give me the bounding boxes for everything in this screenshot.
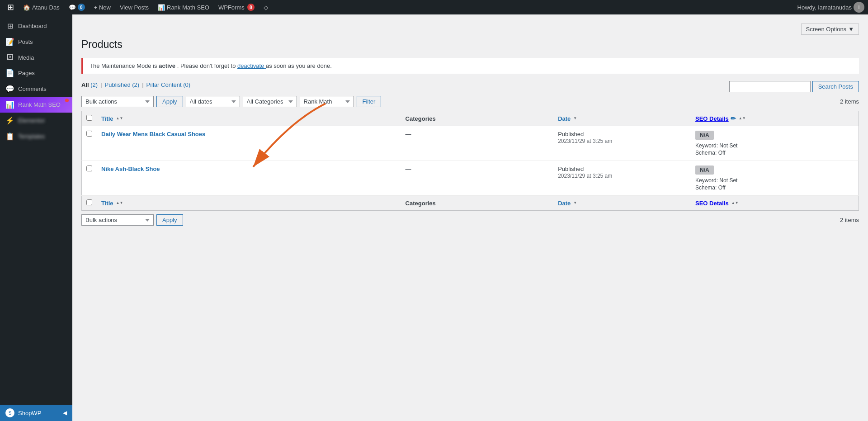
pillar-filter-item: Pillar Content (0) [146,81,191,88]
sidebar-item-label: Elementor [18,117,45,124]
select-all-checkbox[interactable] [86,115,92,121]
all-filter-link[interactable]: All (2) [81,81,98,88]
row-2-categories: — [406,166,411,172]
rank-math-seo-link[interactable]: 📊 Rank Math SEO [154,0,213,14]
title-sort-arrows-icon: ▲▼ [116,117,123,120]
published-filter-link[interactable]: Published (2) [105,81,140,88]
date-sort-link[interactable]: Date ▼ [558,115,686,122]
sidebar-item-comments[interactable]: 💬 Comments [0,81,72,97]
row-1-checkbox-cell [82,126,97,161]
seo-details-sort-arrows-icon: ▲▼ [739,117,746,120]
new-content-link[interactable]: + New [90,0,114,14]
row-2-title-cell: Nike Ash-Black Shoe [97,161,401,196]
rank-math-filter-select[interactable]: Rank Math [300,96,354,107]
tablenav-top: Bulk actions Apply All dates All Categor… [81,96,859,107]
row-2-checkbox[interactable] [86,166,92,171]
row-1-seo-keyword: Keyword: Not Set [695,142,854,149]
apply-top-label: Apply [162,98,177,105]
select-all-bottom-checkbox[interactable] [86,199,92,205]
sidebar-item-templates[interactable]: 📋 Templates [0,128,72,144]
comments-icon: 💬 [69,4,76,11]
posts-table: Title ▲▼ Categories Date ▼ [81,111,859,211]
howdy-text: Howdy, iamatanudas [797,4,852,11]
wp-logo-link[interactable]: ⊞ [4,0,18,14]
tablenav-bottom: Bulk actions Apply 2 items [81,214,859,226]
screen-options-button[interactable]: Screen Options ▼ [801,24,859,35]
elementor-icon: ⚡ [5,116,14,125]
row-1-date-value: 2023/11/29 at 3:25 am [558,138,612,144]
row-2-title-link[interactable]: Nike Ash-Black Shoe [101,166,160,172]
all-filter-count: (2) [90,81,98,88]
date-column-header: Date ▼ [553,111,691,126]
dashboard-icon: ⊞ [5,22,14,30]
categories-column-label: Categories [406,115,436,122]
sidebar-item-dashboard[interactable]: ⊞ Dashboard [0,18,72,34]
apply-bottom-button[interactable]: Apply [156,214,183,226]
row-2-date-cell: Published 2023/11/29 at 3:25 am [553,161,691,196]
templates-icon: 📋 [5,132,14,141]
published-filter-item: Published (2) | [105,81,146,88]
categories-filter-select[interactable]: All Categories [243,96,297,107]
sidebar-item-label: Media [18,54,34,61]
sidebar-item-label: Comments [18,85,47,92]
wpforms-link[interactable]: WPForms 8 [215,0,258,14]
comments-link[interactable]: 💬 0 [65,0,89,14]
row-1-title-link[interactable]: Daily Wear Mens Black Casual Shoes [101,131,205,137]
diamond-link[interactable]: ◇ [260,0,272,14]
notice-link-text: deactivate [237,62,264,69]
seo-details-bottom-sort-link[interactable]: SEO Details [695,200,729,207]
view-posts-link[interactable]: View Posts [116,0,152,14]
site-name-bottom[interactable]: S ShopWP ◀ [0,405,72,421]
sidebar-item-label: Dashboard [18,23,47,29]
sidebar-item-rank-math-seo[interactable]: 📊 Rank Math SEO [0,97,72,113]
seo-details-bottom-column-label: SEO Details [695,200,729,207]
site-name-link[interactable]: 🏠 Atanu Das [19,0,63,14]
categories-bottom-column-label: Categories [406,200,436,207]
pillar-filter-link[interactable]: Pillar Content (0) [146,81,191,88]
bulk-actions-bottom-select[interactable]: Bulk actions [81,214,154,226]
row-2-checkbox-cell [82,161,97,196]
admin-bar: ⊞ 🏠 Atanu Das 💬 0 + New View Posts 📊 Ran… [0,0,868,14]
sidebar-item-media[interactable]: 🖼 Media [0,50,72,65]
seo-details-sort-link[interactable]: SEO Details [695,115,729,122]
title-column-label: Title [101,115,113,122]
row-1-date-status: Published [558,131,584,137]
row-2-title: Nike Ash-Black Shoe [101,166,160,172]
apply-top-button[interactable]: Apply [156,96,183,107]
seo-details-edit-icon[interactable]: ✏ [731,115,736,122]
row-2-seo-schema: Schema: Off [695,184,854,191]
filter-links: All (2) | Published (2) | Pillar Content [81,81,190,88]
table-header-row: Title ▲▼ Categories Date ▼ [82,111,859,126]
notice-deactivate-link[interactable]: deactivate [237,62,266,69]
row-1-checkbox[interactable] [86,131,92,137]
row-1-date-cell: Published 2023/11/29 at 3:25 am [553,126,691,161]
diamond-icon: ◇ [264,4,268,11]
sidebar-item-elementor[interactable]: ⚡ Elementor [0,113,72,128]
screen-options-bar: Screen Options ▼ [81,24,859,35]
apply-bottom-label: Apply [162,217,177,223]
title-sort-link[interactable]: Title ▲▼ [101,115,396,122]
date-bottom-sort-link[interactable]: Date ▼ [558,200,686,207]
dates-filter-select[interactable]: All dates [186,96,240,107]
pillar-filter-label: Pillar Content [146,81,182,88]
row-2-date-status: Published [558,166,584,172]
site-name-label: Atanu Das [32,4,60,11]
row-1-categories: — [406,131,411,137]
sidebar-item-posts[interactable]: 📝 Posts [0,34,72,50]
date-sort-arrows-icon: ▼ [573,117,577,120]
row-1-categories-cell: — [401,126,554,161]
sidebar-item-pages[interactable]: 📄 Pages [0,65,72,81]
main-content: Screen Options ▼ Products The Maintenanc… [72,14,868,421]
sep-2: | [142,81,143,88]
title-bottom-sort-link[interactable]: Title ▲▼ [101,200,396,207]
categories-bottom-column-header: Categories [401,196,554,211]
search-posts-button[interactable]: Search Posts [812,81,859,92]
filter-button[interactable]: Filter [357,96,382,107]
new-content-label: + New [94,4,111,11]
bulk-actions-top-select[interactable]: Bulk actions [81,96,154,107]
collapse-icon[interactable]: ◀ [63,410,67,416]
avatar[interactable]: I [854,2,864,13]
search-posts-input[interactable] [729,81,811,92]
maintenance-notice: The Maintenance Mode is active . Please … [81,58,859,74]
site-icon: S [5,408,14,417]
